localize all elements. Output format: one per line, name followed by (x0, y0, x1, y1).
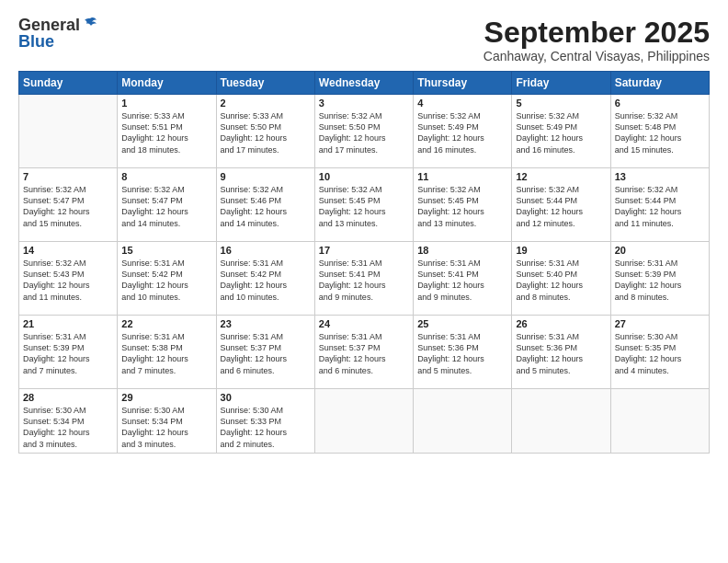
day-number: 22 (121, 318, 211, 329)
day-info: Sunrise: 5:32 AM Sunset: 5:46 PM Dayligh… (221, 184, 311, 229)
calendar-cell: 23Sunrise: 5:31 AM Sunset: 5:37 PM Dayli… (216, 316, 314, 389)
day-info: Sunrise: 5:31 AM Sunset: 5:38 PM Dayligh… (121, 331, 211, 376)
day-info: Sunrise: 5:33 AM Sunset: 5:51 PM Dayligh… (121, 110, 211, 155)
calendar-cell (512, 389, 610, 454)
calendar-cell: 12Sunrise: 5:32 AM Sunset: 5:44 PM Dayli… (512, 168, 610, 242)
day-number: 20 (615, 245, 705, 256)
calendar-cell: 9Sunrise: 5:32 AM Sunset: 5:46 PM Daylig… (216, 168, 314, 242)
month-title: September 2025 (483, 17, 710, 49)
calendar-cell: 13Sunrise: 5:32 AM Sunset: 5:44 PM Dayli… (610, 168, 709, 242)
title-block: September 2025 Canhaway, Central Visayas… (483, 17, 710, 63)
day-info: Sunrise: 5:32 AM Sunset: 5:43 PM Dayligh… (23, 258, 113, 303)
calendar-cell: 28Sunrise: 5:30 AM Sunset: 5:34 PM Dayli… (19, 389, 118, 454)
week-row-3: 14Sunrise: 5:32 AM Sunset: 5:43 PM Dayli… (19, 242, 710, 316)
logo: General Blue (18, 17, 98, 52)
calendar-cell: 7Sunrise: 5:32 AM Sunset: 5:47 PM Daylig… (19, 168, 118, 242)
week-row-2: 7Sunrise: 5:32 AM Sunset: 5:47 PM Daylig… (19, 168, 710, 242)
day-number: 16 (221, 245, 311, 256)
header-monday: Monday (118, 72, 216, 95)
day-number: 5 (516, 98, 606, 109)
header-saturday: Saturday (610, 72, 709, 95)
calendar-cell (314, 389, 413, 454)
day-info: Sunrise: 5:31 AM Sunset: 5:42 PM Dayligh… (221, 258, 311, 303)
day-info: Sunrise: 5:30 AM Sunset: 5:35 PM Dayligh… (615, 331, 705, 376)
day-number: 27 (615, 318, 705, 329)
day-info: Sunrise: 5:31 AM Sunset: 5:41 PM Dayligh… (319, 258, 409, 303)
calendar-cell: 17Sunrise: 5:31 AM Sunset: 5:41 PM Dayli… (314, 242, 413, 316)
calendar: Sunday Monday Tuesday Wednesday Thursday… (18, 71, 710, 454)
calendar-cell (19, 95, 118, 168)
day-number: 23 (221, 318, 311, 329)
day-info: Sunrise: 5:32 AM Sunset: 5:47 PM Dayligh… (23, 184, 113, 229)
calendar-cell: 6Sunrise: 5:32 AM Sunset: 5:48 PM Daylig… (610, 95, 709, 168)
day-number: 25 (417, 318, 507, 329)
week-row-4: 21Sunrise: 5:31 AM Sunset: 5:39 PM Dayli… (19, 316, 710, 389)
header-friday: Friday (512, 72, 610, 95)
calendar-cell: 20Sunrise: 5:31 AM Sunset: 5:39 PM Dayli… (610, 242, 709, 316)
day-info: Sunrise: 5:31 AM Sunset: 5:36 PM Dayligh… (417, 331, 507, 376)
day-number: 8 (121, 171, 211, 182)
day-number: 19 (516, 245, 606, 256)
logo-bird-icon (82, 16, 98, 32)
day-number: 13 (615, 171, 705, 182)
day-number: 11 (417, 171, 507, 182)
calendar-cell: 19Sunrise: 5:31 AM Sunset: 5:40 PM Dayli… (512, 242, 610, 316)
calendar-cell: 27Sunrise: 5:30 AM Sunset: 5:35 PM Dayli… (610, 316, 709, 389)
day-info: Sunrise: 5:32 AM Sunset: 5:47 PM Dayligh… (121, 184, 211, 229)
day-info: Sunrise: 5:31 AM Sunset: 5:41 PM Dayligh… (417, 258, 507, 303)
day-info: Sunrise: 5:32 AM Sunset: 5:44 PM Dayligh… (516, 184, 606, 229)
day-number: 2 (221, 98, 311, 109)
day-info: Sunrise: 5:31 AM Sunset: 5:39 PM Dayligh… (23, 331, 113, 376)
calendar-cell: 18Sunrise: 5:31 AM Sunset: 5:41 PM Dayli… (414, 242, 512, 316)
day-number: 24 (319, 318, 409, 329)
weekday-header-row: Sunday Monday Tuesday Wednesday Thursday… (19, 72, 710, 95)
day-number: 4 (417, 98, 507, 109)
header-sunday: Sunday (19, 72, 118, 95)
logo-blue: Blue (18, 33, 54, 52)
day-info: Sunrise: 5:33 AM Sunset: 5:50 PM Dayligh… (221, 110, 311, 155)
calendar-cell: 26Sunrise: 5:31 AM Sunset: 5:36 PM Dayli… (512, 316, 610, 389)
day-number: 17 (319, 245, 409, 256)
header-tuesday: Tuesday (216, 72, 314, 95)
day-number: 6 (615, 98, 705, 109)
day-info: Sunrise: 5:31 AM Sunset: 5:39 PM Dayligh… (615, 258, 705, 303)
day-number: 3 (319, 98, 409, 109)
day-number: 14 (23, 245, 113, 256)
page: General Blue September 2025 Canhaway, Ce… (0, 0, 728, 563)
day-number: 12 (516, 171, 606, 182)
calendar-cell: 11Sunrise: 5:32 AM Sunset: 5:45 PM Dayli… (414, 168, 512, 242)
calendar-cell: 22Sunrise: 5:31 AM Sunset: 5:38 PM Dayli… (118, 316, 216, 389)
calendar-cell: 2Sunrise: 5:33 AM Sunset: 5:50 PM Daylig… (216, 95, 314, 168)
calendar-cell: 8Sunrise: 5:32 AM Sunset: 5:47 PM Daylig… (118, 168, 216, 242)
day-number: 10 (319, 171, 409, 182)
day-number: 21 (23, 318, 113, 329)
location: Canhaway, Central Visayas, Philippines (483, 49, 710, 63)
calendar-cell: 29Sunrise: 5:30 AM Sunset: 5:34 PM Dayli… (118, 389, 216, 454)
day-info: Sunrise: 5:32 AM Sunset: 5:48 PM Dayligh… (615, 110, 705, 155)
day-info: Sunrise: 5:32 AM Sunset: 5:44 PM Dayligh… (615, 184, 705, 229)
calendar-cell: 24Sunrise: 5:31 AM Sunset: 5:37 PM Dayli… (314, 316, 413, 389)
day-number: 9 (221, 171, 311, 182)
week-row-5: 28Sunrise: 5:30 AM Sunset: 5:34 PM Dayli… (19, 389, 710, 454)
day-info: Sunrise: 5:31 AM Sunset: 5:37 PM Dayligh… (221, 331, 311, 376)
day-info: Sunrise: 5:31 AM Sunset: 5:40 PM Dayligh… (516, 258, 606, 303)
day-number: 29 (121, 392, 211, 403)
day-info: Sunrise: 5:30 AM Sunset: 5:34 PM Dayligh… (121, 405, 211, 450)
calendar-cell (414, 389, 512, 454)
day-number: 1 (121, 98, 211, 109)
day-info: Sunrise: 5:32 AM Sunset: 5:49 PM Dayligh… (516, 110, 606, 155)
calendar-cell: 3Sunrise: 5:32 AM Sunset: 5:50 PM Daylig… (314, 95, 413, 168)
calendar-cell: 25Sunrise: 5:31 AM Sunset: 5:36 PM Dayli… (414, 316, 512, 389)
day-info: Sunrise: 5:30 AM Sunset: 5:33 PM Dayligh… (221, 405, 311, 450)
day-info: Sunrise: 5:31 AM Sunset: 5:37 PM Dayligh… (319, 331, 409, 376)
day-info: Sunrise: 5:30 AM Sunset: 5:34 PM Dayligh… (23, 405, 113, 450)
calendar-cell: 30Sunrise: 5:30 AM Sunset: 5:33 PM Dayli… (216, 389, 314, 454)
day-number: 26 (516, 318, 606, 329)
calendar-cell: 5Sunrise: 5:32 AM Sunset: 5:49 PM Daylig… (512, 95, 610, 168)
calendar-cell: 21Sunrise: 5:31 AM Sunset: 5:39 PM Dayli… (19, 316, 118, 389)
day-info: Sunrise: 5:32 AM Sunset: 5:45 PM Dayligh… (417, 184, 507, 229)
calendar-cell: 4Sunrise: 5:32 AM Sunset: 5:49 PM Daylig… (414, 95, 512, 168)
header: General Blue September 2025 Canhaway, Ce… (18, 17, 710, 63)
day-number: 7 (23, 171, 113, 182)
calendar-cell: 14Sunrise: 5:32 AM Sunset: 5:43 PM Dayli… (19, 242, 118, 316)
